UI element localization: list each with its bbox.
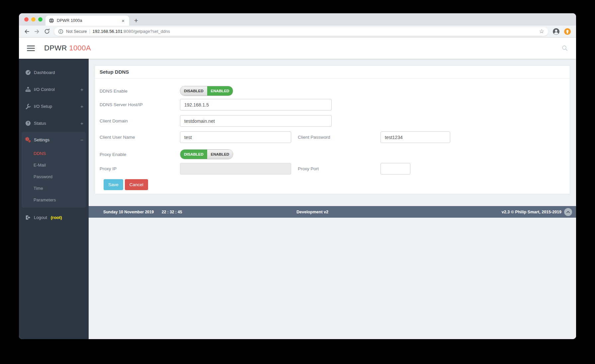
app-body: Dashboard I/O Control + I/O Setup +: [19, 59, 576, 339]
client-domain-input[interactable]: [180, 115, 332, 127]
proxy-ip-label: Proxy IP: [100, 166, 180, 171]
proxy-enable-label: Proxy Enable: [100, 152, 180, 157]
sidebar-subitem-parameters[interactable]: Parameters: [22, 194, 86, 206]
ddns-enable-enabled-option[interactable]: ENABLED: [207, 86, 233, 96]
proxy-port-input[interactable]: [381, 163, 410, 175]
browser-tab[interactable]: DPWR 1000a ×: [45, 16, 129, 26]
collapse-minus-icon[interactable]: −: [80, 137, 83, 143]
gears-icon: [25, 137, 31, 143]
expand-plus-icon[interactable]: +: [80, 87, 83, 92]
save-button[interactable]: Save: [104, 179, 123, 190]
footer-date: Sunday 10 November 2019: [103, 210, 154, 214]
client-domain-label: Client Domain: [100, 118, 180, 123]
url-text: 192.168.56.101:8080/getpage?set_ddns: [93, 29, 170, 34]
sidebar-item-dashboard[interactable]: Dashboard: [19, 64, 89, 81]
question-circle-icon: ?: [25, 120, 31, 126]
ddns-server-input[interactable]: [180, 99, 332, 110]
sidebar-item-io-control[interactable]: I/O Control +: [19, 81, 89, 98]
sidebar-item-io-setup[interactable]: I/O Setup +: [19, 98, 89, 115]
sidebar-subitem-email[interactable]: E-Mail: [22, 159, 86, 171]
page-title: Setup DDNS: [95, 66, 570, 79]
new-tab-button[interactable]: +: [131, 16, 141, 26]
tab-favicon-globe-icon: [49, 18, 54, 23]
tab-close-icon[interactable]: ×: [120, 18, 126, 24]
back-icon[interactable]: [22, 27, 32, 36]
client-username-input[interactable]: [180, 131, 291, 143]
info-icon[interactable]: [58, 29, 63, 34]
proxy-enable-enabled-option[interactable]: ENABLED: [207, 150, 233, 159]
svg-text:?: ?: [27, 121, 29, 125]
logged-in-user: (root): [51, 215, 62, 220]
cancel-button[interactable]: Cancel: [125, 179, 148, 190]
settings-menu-group: Settings − DDNS E-Mail Password Time Par…: [22, 132, 86, 208]
sidebar-item-label: Dashboard: [34, 70, 55, 75]
sidebar-item-status[interactable]: ? Status +: [19, 115, 89, 132]
minimize-window-button[interactable]: [31, 17, 36, 22]
sidebar-subitem-time[interactable]: Time: [22, 182, 86, 194]
sidebar-item-label: Settings: [34, 137, 49, 142]
url-path: :8080/getpage?set_ddns: [123, 29, 170, 34]
sidebar-item-settings[interactable]: Settings −: [22, 132, 86, 148]
sidebar-item-label: I/O Control: [34, 87, 55, 92]
profile-avatar-icon[interactable]: [552, 27, 560, 36]
brand-text: DPWR: [44, 44, 67, 52]
address-bar[interactable]: Not Secure 192.168.56.101:8080/getpage?s…: [54, 27, 548, 36]
header-search-button[interactable]: [561, 45, 568, 51]
tab-title: DPWR 1000a: [57, 18, 118, 23]
reload-icon[interactable]: [42, 27, 51, 36]
scroll-to-top-button[interactable]: [564, 208, 572, 216]
expand-plus-icon[interactable]: +: [80, 120, 83, 126]
bookmark-star-icon[interactable]: ☆: [539, 29, 544, 34]
brand-model-text: 1000A: [69, 44, 91, 52]
ddns-server-label: DDNS Server Host/IP: [100, 102, 180, 107]
sidebar-item-label: I/O Setup: [34, 104, 52, 109]
proxy-ip-input: [180, 163, 291, 175]
security-status-label: Not Secure: [66, 29, 87, 34]
app-header: DPWR 1000A: [19, 37, 576, 59]
browser-toolbar: Not Secure 192.168.56.101:8080/getpage?s…: [19, 26, 576, 37]
ddns-enable-label: DDNS Enable: [100, 89, 180, 94]
proxy-port-label: Proxy Port: [291, 166, 381, 171]
forward-icon[interactable]: [32, 27, 42, 36]
app-logo[interactable]: DPWR 1000A: [44, 44, 91, 52]
client-username-label: Client User Name: [100, 135, 180, 140]
extension-icon[interactable]: [563, 27, 572, 36]
proxy-enable-disabled-option[interactable]: DISABLED: [180, 150, 207, 159]
menu-toggle-icon[interactable]: [27, 45, 35, 51]
chevron-up-icon: [566, 211, 570, 213]
sign-out-icon: [25, 215, 31, 220]
main-content: Setup DDNS DDNS Enable DISABLED ENABLED …: [89, 59, 576, 339]
sidebar-nav: Dashboard I/O Control + I/O Setup +: [19, 59, 89, 339]
setup-ddns-card: Setup DDNS DDNS Enable DISABLED ENABLED …: [95, 65, 570, 194]
dashboard-gauge-icon: [25, 70, 31, 75]
ddns-form: DDNS Enable DISABLED ENABLED DDNS Server…: [95, 86, 570, 190]
zoom-window-button[interactable]: [38, 17, 42, 22]
client-password-label: Client Password: [291, 135, 381, 140]
logout-label: Logout: [34, 215, 47, 220]
sidebar-item-logout[interactable]: Logout (root): [19, 212, 89, 222]
window-controls: [24, 17, 42, 22]
proxy-enable-toggle[interactable]: DISABLED ENABLED: [180, 149, 233, 159]
sidebar-item-label: Status: [34, 121, 46, 126]
browser-window: DPWR 1000a × + Not Secure 192.168: [19, 13, 576, 339]
url-host: 192.168.56.101: [93, 29, 123, 34]
footer-status-bar: Sunday 10 November 2019 22 : 32 : 45 Dev…: [89, 206, 576, 218]
client-password-input[interactable]: [381, 131, 450, 143]
search-icon: [561, 45, 568, 51]
wrench-icon: [25, 104, 31, 109]
close-window-button[interactable]: [24, 17, 29, 22]
desktop-background: DPWR 1000a × + Not Secure 192.168: [0, 0, 595, 364]
expand-plus-icon[interactable]: +: [80, 104, 83, 109]
ddns-enable-disabled-option[interactable]: DISABLED: [180, 86, 207, 96]
sidebar-subitem-password[interactable]: Password: [22, 171, 86, 182]
browser-tab-bar: DPWR 1000a × +: [19, 13, 576, 26]
sidebar-subitem-ddns[interactable]: DDNS: [22, 148, 86, 159]
footer-clock: 22 : 32 : 45: [162, 210, 182, 214]
omnibox-divider: [90, 29, 90, 34]
footer-copyright: v2.3 © Philip Smart, 2015-2019: [502, 210, 561, 214]
sitemap-icon: [25, 87, 31, 92]
ddns-enable-toggle[interactable]: DISABLED ENABLED: [180, 86, 233, 96]
